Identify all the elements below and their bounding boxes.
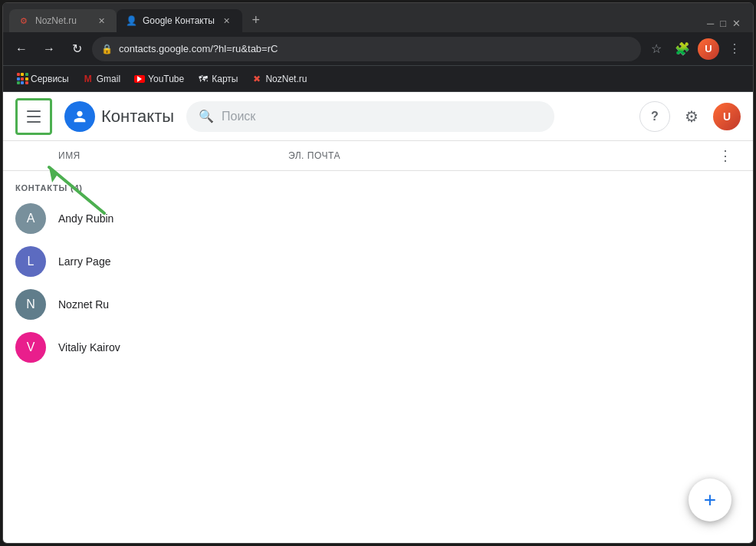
table-header: Имя Эл. почта ⋮ (3, 141, 753, 171)
search-placeholder-text: Поиск (222, 110, 255, 123)
lock-icon: 🔒 (101, 44, 113, 54)
tab-noznet-close[interactable]: ✕ (95, 15, 107, 27)
profile-button[interactable]: U (696, 37, 721, 61)
youtube-icon (134, 74, 145, 84)
maximize-button[interactable]: □ (720, 18, 726, 29)
noznet-tab-favicon: ⚙ (18, 15, 29, 26)
tab-noznet-label: NozNet.ru (35, 15, 89, 26)
tab-noznet[interactable]: ⚙ NozNet.ru ✕ (9, 9, 117, 32)
tab-google-contacts-close[interactable]: ✕ (221, 15, 233, 27)
bookmark-gmail[interactable]: M Gmail (77, 71, 127, 87)
forward-button[interactable]: → (37, 37, 61, 61)
contact-avatar-andy-rubin: A (15, 203, 46, 234)
contact-row-andy-rubin[interactable]: A Andy Rubin (3, 197, 753, 240)
bookmark-youtube-label: YouTube (148, 74, 184, 84)
bookmark-star-button[interactable]: ☆ (644, 37, 669, 61)
contact-info-larry: Larry Page (58, 255, 258, 268)
help-button[interactable]: ? (639, 101, 670, 132)
settings-button[interactable]: ⚙ (676, 101, 707, 132)
table-more-button[interactable]: ⋮ (710, 147, 741, 164)
contact-initial-vitaliy: V (27, 340, 35, 354)
contact-info-vitaliy: Vitaliy Kairov (58, 340, 258, 354)
bookmark-maps[interactable]: 🗺 Карты (192, 71, 244, 87)
url-text: contacts.google.com/?hl=ru&tab=rC (119, 43, 632, 54)
contact-avatar-noznet-ru: N (15, 289, 46, 320)
add-contact-fab[interactable]: + (689, 479, 731, 521)
contact-avatar-larry-page: L (15, 246, 46, 277)
contact-row-vitaliy-kairov[interactable]: V Vitaliy Kairov (3, 326, 753, 369)
column-email-header: Эл. почта (288, 150, 710, 161)
extensions-button[interactable]: 🧩 (670, 37, 695, 61)
contact-avatar-vitaliy-kairov: V (15, 332, 46, 363)
fab-icon: + (704, 489, 716, 511)
contact-info-noznet: Noznet Ru (58, 298, 258, 311)
gmail-icon: M (83, 74, 94, 84)
bookmark-gmail-label: Gmail (97, 74, 120, 84)
bookmark-noznet-label: NozNet.ru (265, 74, 307, 84)
contact-row-larry-page[interactable]: L Larry Page (3, 240, 753, 283)
app-header: Контакты 🔍 Поиск ? ⚙ U (3, 92, 753, 141)
back-button[interactable]: ← (9, 37, 34, 61)
browser-menu-button[interactable]: ⋮ (722, 37, 747, 61)
reload-button[interactable]: ↻ (64, 37, 89, 61)
maps-icon: 🗺 (198, 74, 209, 84)
search-bar[interactable]: 🔍 Поиск (186, 101, 554, 132)
bookmark-services-label: Сервисы (31, 74, 69, 84)
header-right: ? ⚙ U (639, 101, 741, 132)
user-avatar[interactable]: U (713, 103, 741, 130)
bookmark-noznet[interactable]: ✖ NozNet.ru (245, 71, 313, 87)
bookmark-maps-label: Карты (212, 74, 238, 84)
contacts-app-icon (64, 101, 95, 132)
contact-name-noznet: Noznet Ru (58, 298, 109, 311)
address-bar[interactable]: 🔒 contacts.google.com/?hl=ru&tab=rC (92, 37, 641, 61)
noznet-bm-icon: ✖ (251, 74, 262, 84)
contact-initial-larry: L (28, 255, 35, 268)
contact-name-andy: Andy Rubin (58, 212, 113, 225)
contact-initial-andy: A (27, 212, 35, 225)
bookmark-youtube[interactable]: YouTube (128, 71, 190, 87)
contacts-area: Имя Эл. почта ⋮ КОНТАКТЫ (4) A Andy Rubi… (3, 141, 753, 543)
section-title: КОНТАКТЫ (4) (15, 183, 83, 192)
minimize-button[interactable]: ─ (707, 18, 714, 29)
app-logo: Контакты (64, 101, 174, 132)
contact-name-vitaliy: Vitaliy Kairov (58, 341, 120, 354)
contact-initial-noznet: N (26, 298, 35, 311)
contacts-section-header: КОНТАКТЫ (4) (3, 171, 753, 197)
bookmark-services[interactable]: Сервисы (11, 71, 75, 87)
close-button[interactable]: ✕ (732, 18, 741, 29)
services-icon (17, 74, 28, 84)
search-icon: 🔍 (199, 109, 214, 123)
bookmarks-bar: Сервисы M Gmail YouTube 🗺 Карты ✖ NozNet… (3, 66, 753, 92)
contact-name-larry: Larry Page (58, 255, 110, 268)
new-tab-button[interactable]: + (245, 9, 267, 31)
tab-google-contacts-label: Google Контакты (143, 15, 215, 26)
contact-row-noznet-ru[interactable]: N Noznet Ru (3, 283, 753, 326)
contact-info-andy: Andy Rubin (58, 212, 258, 225)
column-name-header: Имя (58, 150, 288, 161)
google-contacts-tab-favicon: 👤 (126, 15, 136, 26)
tab-google-contacts[interactable]: 👤 Google Контакты ✕ (117, 9, 242, 32)
app-title: Контакты (101, 107, 174, 127)
menu-btn-highlight (15, 98, 52, 135)
